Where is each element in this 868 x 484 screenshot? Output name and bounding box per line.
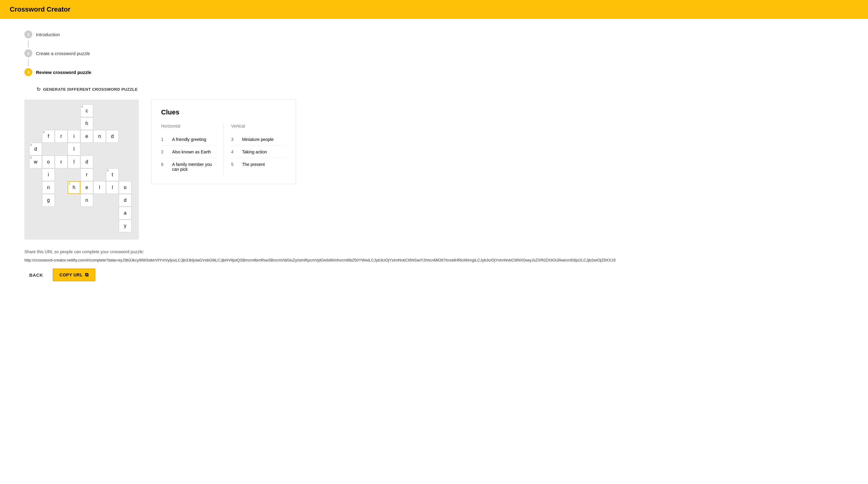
url-text: http://crossword-creator.netlify.com/#/c… — [24, 258, 844, 262]
cell-letter: l — [73, 147, 74, 152]
grid-cell[interactable]: n — [42, 181, 55, 194]
step-2: 2 Create a crossword puzzle — [24, 47, 844, 59]
grid-cell[interactable]: 6f — [42, 130, 55, 143]
cell-number: 1 — [69, 182, 70, 185]
app-header: Crossword Creator — [0, 0, 868, 19]
cell-letter: l — [99, 185, 100, 190]
cell-letter: n — [86, 198, 88, 203]
cell-letter: h — [86, 121, 88, 126]
horizontal-header: Horizontal — [161, 124, 216, 128]
cell-letter: i — [48, 172, 49, 178]
clue-v4-num: 4 — [231, 150, 237, 154]
cell-letter: l — [112, 185, 113, 190]
back-button[interactable]: BACK — [24, 269, 48, 281]
vertical-header: Vertical — [231, 124, 286, 128]
clue-h1-num: 1 — [161, 137, 167, 142]
grid-cell[interactable]: n — [93, 130, 106, 143]
clue-h2-text: Also known as Earth — [172, 150, 211, 154]
main-content: 1 Introduction 2 Create a crossword puzz… — [0, 19, 868, 291]
cell-letter: r — [86, 172, 87, 178]
copy-url-button[interactable]: COPY URL ⧉ — [53, 268, 95, 281]
cell-letter: t — [112, 172, 113, 178]
step-2-number: 2 — [24, 49, 32, 57]
vertical-clues-col: Vertical 3 Miniature people 4 Taking act… — [231, 124, 286, 175]
clue-v3-text: Miniature people — [242, 137, 274, 142]
cell-letter: y — [124, 223, 126, 229]
cell-number: 3 — [81, 105, 83, 108]
grid-cell[interactable]: d — [81, 156, 93, 168]
cell-letter: c — [86, 108, 88, 114]
cell-letter: l — [73, 159, 74, 165]
step-3-label: Review crossword puzzle — [36, 70, 91, 75]
grid-cell[interactable]: i — [68, 130, 81, 143]
grid-cell[interactable]: 5t — [106, 168, 119, 181]
grid-cell[interactable]: e — [81, 130, 93, 143]
cell-letter: f — [48, 134, 49, 139]
step-1: 1 Introduction — [24, 29, 844, 40]
step-1-number: 1 — [24, 30, 32, 38]
cell-letter: w — [34, 159, 37, 165]
cell-letter: d — [111, 134, 114, 139]
clues-divider — [223, 124, 224, 175]
clue-v4: 4 Taking action — [231, 146, 286, 158]
grid-cell[interactable]: l — [106, 181, 119, 194]
grid-cell[interactable]: l — [68, 156, 81, 168]
clue-v5-text: The present — [242, 162, 265, 167]
cell-letter: i — [73, 134, 74, 139]
clue-v3: 3 Miniature people — [231, 133, 286, 146]
puzzle-area: 3ch6friend4dl2worldir5tn1hellognday Clue… — [24, 100, 844, 239]
grid-cell[interactable]: 2w — [29, 156, 42, 168]
step-1-label: Introduction — [36, 32, 60, 37]
url-section: Share this URL so people can complete yo… — [24, 249, 844, 281]
grid-cell[interactable]: o — [42, 156, 55, 168]
grid-cell[interactable]: g — [42, 194, 55, 207]
cell-letter: g — [47, 198, 50, 203]
url-label: Share this URL so people can complete yo… — [24, 249, 844, 254]
cell-letter: o — [47, 159, 50, 165]
clue-v3-num: 3 — [231, 137, 237, 142]
copy-icon: ⧉ — [85, 272, 89, 278]
clue-v4-text: Taking action — [242, 150, 267, 154]
cell-number: 2 — [30, 157, 32, 159]
grid-cell[interactable]: e — [81, 181, 93, 194]
grid-cell[interactable]: l — [68, 143, 81, 156]
step-2-label: Create a crossword puzzle — [36, 51, 90, 56]
clues-panel: Clues Horizontal 1 A friendly greeting 2… — [151, 100, 296, 184]
copy-url-label: COPY URL — [59, 272, 83, 277]
grid-cell[interactable]: h — [81, 117, 93, 130]
grid-cell[interactable]: r — [81, 168, 93, 181]
horizontal-clues-col: Horizontal 1 A friendly greeting 2 Also … — [161, 124, 216, 175]
grid-cell[interactable]: o — [119, 181, 131, 194]
generate-different-button[interactable]: ↻ GENERATE DIFFERENT CROSSWORD PUZZLE — [36, 85, 138, 93]
app-title: Crossword Creator — [10, 5, 70, 13]
cell-letter: d — [86, 159, 88, 165]
cell-number: 4 — [30, 144, 32, 147]
cell-letter: o — [124, 185, 127, 190]
step-connector-2 — [28, 59, 29, 66]
clue-h2: 2 Also known as Earth — [161, 146, 216, 158]
grid-cell[interactable]: 4d — [29, 143, 42, 156]
cell-number: 6 — [43, 131, 44, 134]
clue-h6-text: A family member you can pick — [172, 162, 216, 172]
grid-cell[interactable]: y — [119, 220, 131, 232]
grid-cell[interactable]: a — [119, 207, 131, 220]
grid-cell[interactable]: r — [55, 156, 68, 168]
grid-cell[interactable]: i — [42, 168, 55, 181]
grid-cell[interactable]: 3c — [81, 104, 93, 117]
cell-letter: d — [34, 147, 37, 152]
cell-letter: r — [60, 134, 62, 139]
grid-cell[interactable]: l — [93, 181, 106, 194]
buttons-row: BACK COPY URL ⧉ — [24, 268, 844, 281]
grid-cell[interactable]: 1h — [68, 181, 81, 194]
grid-cell[interactable]: r — [55, 130, 68, 143]
grid-cell[interactable]: d — [106, 130, 119, 143]
cell-letter: n — [47, 185, 50, 190]
grid-cell[interactable]: d — [119, 194, 131, 207]
clues-columns: Horizontal 1 A friendly greeting 2 Also … — [161, 124, 286, 175]
cell-letter: d — [124, 198, 127, 203]
grid-cell[interactable]: n — [81, 194, 93, 207]
cell-letter: e — [86, 134, 88, 139]
step-3: 3 Review crossword puzzle — [24, 66, 844, 78]
steps-list: 1 Introduction 2 Create a crossword puzz… — [24, 29, 844, 78]
step-connector-1 — [28, 40, 29, 47]
